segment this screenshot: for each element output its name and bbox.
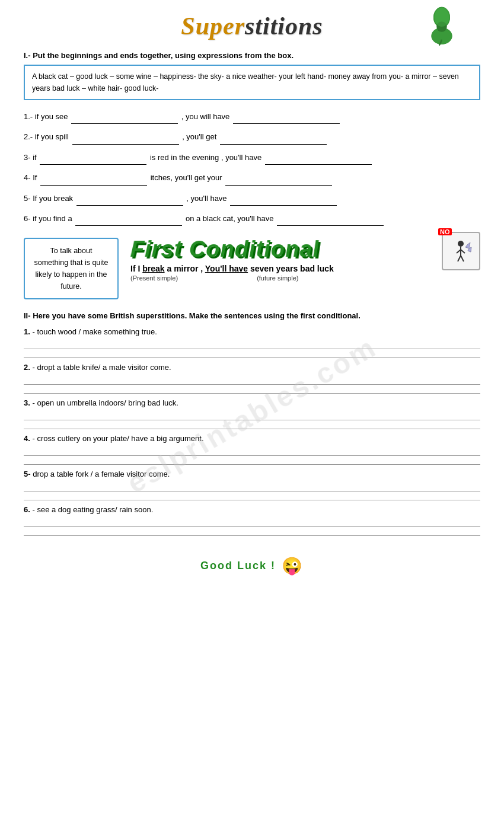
s1-num: 1.-: [24, 112, 33, 121]
ex5-num: 5-: [24, 470, 31, 478]
s4-blank1[interactable]: [40, 171, 147, 185]
exercise-item-4: 4. - cross cutlery on your plate/ have a…: [24, 434, 480, 465]
s6-prefix: if you find a: [33, 214, 74, 223]
s1-mid: , you will have: [181, 112, 232, 121]
fc-ex-mid: a mirror ,: [165, 264, 205, 273]
exercise-item-2: 2. - dropt a table knife/ a male visitor…: [24, 363, 480, 394]
main-title: Superstitions: [181, 12, 323, 40]
fc-title-text: First Conditional: [130, 237, 320, 262]
ex3-num: 3.: [24, 398, 30, 407]
ex4-text: - cross cutlery on your plate/ have a bi…: [32, 434, 203, 443]
s1-blank2[interactable]: [233, 110, 340, 124]
sentence-5: 5- If you break , you'll have: [24, 191, 480, 206]
exercise-list: 1. - touch wood / make something true. 2…: [24, 327, 480, 536]
s1-blank1[interactable]: [71, 110, 178, 124]
fc-title: First Conditional: [130, 238, 320, 261]
s5-prefix: If you break: [33, 194, 75, 203]
sentence-2: 2.- if you spill , you'll get: [24, 130, 480, 144]
s5-mid: , you'll have: [186, 194, 229, 203]
footer-inner: Good Luck ! 😜: [200, 556, 304, 576]
ex2-num: 2.: [24, 363, 30, 372]
fc-title-row: First Conditional NO: [130, 238, 480, 264]
s6-num: 6-: [24, 214, 31, 223]
s4-prefix: If: [33, 173, 39, 182]
ex1-text: - touch wood / make something true.: [32, 327, 157, 336]
s4-mid: itches, you'll get your: [151, 173, 225, 182]
svg-marker-12: [465, 242, 470, 248]
fc-title-block: First Conditional NO: [130, 238, 480, 282]
ex6-answer-line[interactable]: [24, 514, 480, 527]
s2-mid: , you'll get: [182, 132, 219, 141]
fc-description-box: To talk about something that is quite li…: [24, 238, 119, 299]
s6-blank2[interactable]: [277, 212, 384, 226]
fc-youll-word: You'll have: [205, 264, 248, 273]
ex2-answer-line[interactable]: [24, 372, 480, 385]
title-dark: stitions: [245, 12, 323, 40]
fc-section: To talk about something that is quite li…: [24, 238, 480, 299]
s4-num: 4-: [24, 173, 31, 182]
s3-mid: is red in the evening , you'll have: [150, 153, 264, 162]
word-box: A black cat – good luck – some wine – ha…: [24, 65, 480, 100]
exercise-item-6: 6. - see a dog eating grass/ rain soon.: [24, 505, 480, 536]
stick-figure-icon: [448, 238, 474, 264]
footer-text: Good Luck !: [200, 560, 276, 572]
ex3-answer-line[interactable]: [24, 407, 480, 420]
s3-prefix: if: [33, 153, 39, 162]
s3-blank1[interactable]: [40, 151, 146, 165]
s3-blank2[interactable]: [265, 151, 372, 165]
ex1-num: 1.: [24, 327, 30, 336]
ex5-answer-line[interactable]: [24, 478, 480, 491]
s2-blank1[interactable]: [72, 130, 179, 144]
svg-line-10: [458, 256, 461, 261]
fc-box-text: To talk about something that is quite li…: [34, 247, 108, 290]
s6-blank1[interactable]: [75, 212, 182, 226]
section2-label: II- Here you have some British superstit…: [24, 311, 480, 320]
fc-labels: (Present simple) (future simple): [130, 274, 298, 282]
fc-row: To talk about something that is quite li…: [24, 238, 480, 299]
exercise-item-3: 3. - open un umbrella indoors/ bring bad…: [24, 398, 480, 429]
clover-icon: [421, 6, 462, 49]
ex6-text: - see a dog eating grass/ rain soon.: [32, 505, 153, 514]
fc-break-word: break: [142, 264, 164, 273]
no-icon-area: NO: [442, 232, 480, 270]
no-badge: NO: [438, 228, 452, 235]
ex4-answer-line[interactable]: [24, 443, 480, 456]
exercise-item-1: 1. - touch wood / make something true.: [24, 327, 480, 358]
fc-example: If I break a mirror , You'll have seven …: [130, 264, 334, 273]
ex6-num: 6.: [24, 505, 30, 514]
s4-blank2[interactable]: [225, 171, 332, 185]
fc-label-right: (future simple): [257, 274, 298, 282]
emoji-icon: 😜: [282, 556, 304, 576]
s3-num: 3-: [24, 153, 31, 162]
ex5-text: drop a table fork / a female visitor com…: [33, 470, 170, 478]
sentence-1: 1.- if you see , you will have: [24, 110, 480, 124]
fc-ex-end: seven years bad luck: [248, 264, 334, 273]
word-box-text: A black cat – good luck – some wine – ha…: [32, 72, 459, 92]
footer: Good Luck ! 😜: [24, 550, 480, 576]
s2-prefix: if you spill: [35, 132, 71, 141]
fill-sentences: 1.- if you see , you will have 2.- if yo…: [24, 110, 480, 226]
no-image: NO: [442, 232, 480, 270]
svg-point-6: [458, 241, 464, 247]
s2-num: 2.-: [24, 132, 33, 141]
svg-line-11: [461, 256, 464, 261]
title-colored: Super: [181, 12, 245, 40]
sentence-6: 6- if you find a on a black cat, you'll …: [24, 212, 480, 226]
title-area: Superstitions: [24, 12, 480, 40]
s6-mid: on a black cat, you'll have: [186, 214, 276, 223]
s2-blank2[interactable]: [220, 130, 327, 144]
ex2-text: - dropt a table knife/ a male visitor co…: [32, 363, 171, 372]
svg-line-8: [457, 250, 461, 253]
ex4-num: 4.: [24, 434, 30, 443]
section1-label: I.- Put the beginnings and ends together…: [24, 51, 480, 60]
s1-prefix: if you see: [35, 112, 70, 121]
s5-num: 5-: [24, 194, 31, 203]
exercise-item-5: 5- drop a table fork / a female visitor …: [24, 470, 480, 500]
fc-if-word: If I: [130, 264, 142, 273]
s5-blank2[interactable]: [230, 191, 337, 206]
svg-point-5: [435, 8, 449, 27]
ex1-answer-line[interactable]: [24, 336, 480, 349]
fc-label-left: (Present simple): [130, 274, 178, 282]
s5-blank1[interactable]: [76, 191, 183, 206]
svg-line-9: [461, 250, 465, 253]
